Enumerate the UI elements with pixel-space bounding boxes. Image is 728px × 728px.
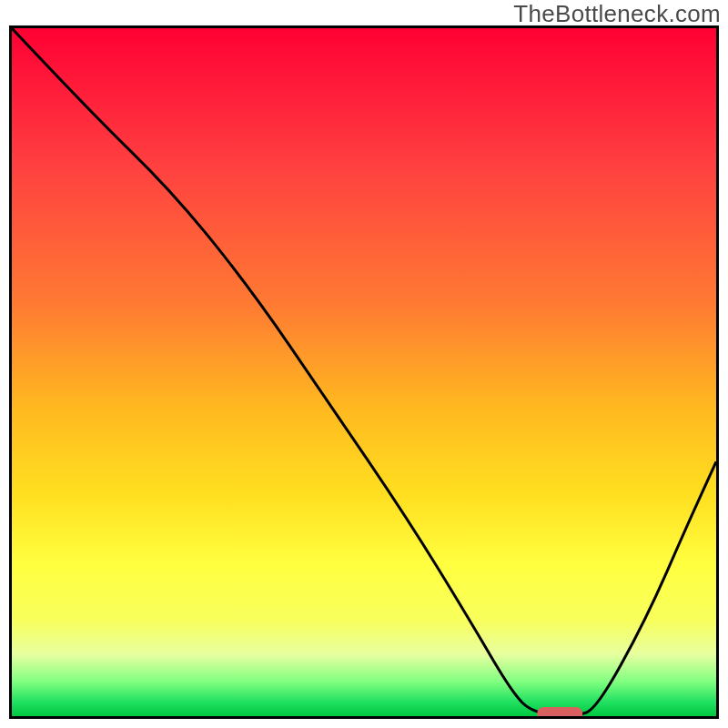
curve-svg (12, 28, 716, 716)
optimal-region-marker (537, 707, 582, 716)
chart-container: TheBottleneck.com (0, 0, 728, 728)
plot-area (9, 25, 719, 719)
bottleneck-curve (12, 28, 716, 715)
watermark-text: TheBottleneck.com (513, 0, 721, 28)
